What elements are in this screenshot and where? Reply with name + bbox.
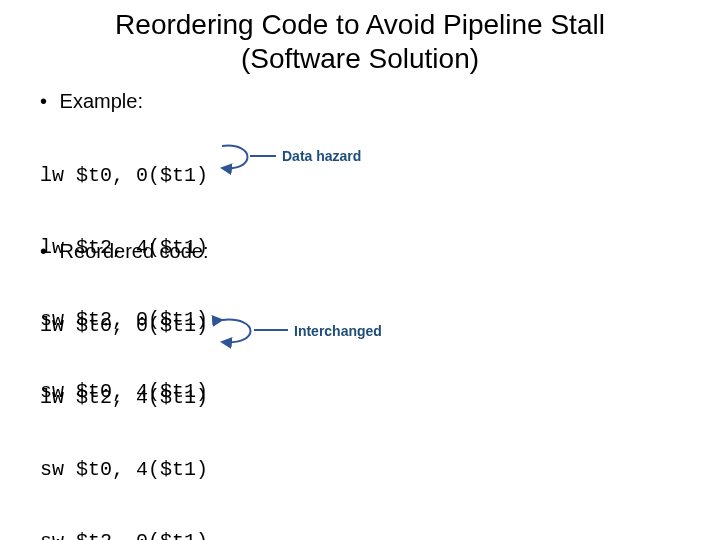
code-line: lw $t0, 0($t1) [40,164,208,188]
slide-title: Reordering Code to Avoid Pipeline Stall … [0,8,720,75]
code-line: sw $t0, 4($t1) [40,458,208,482]
bullet-dot-icon: • [40,240,54,263]
interchanged-label: Interchanged [294,323,382,339]
bullet-dot-icon: • [40,90,54,113]
example-heading: Example: [60,90,143,112]
reordered-heading: Reordered code: [60,240,209,262]
interchanged-arrow-icon [214,310,304,360]
bullet-reordered: • Reordered code: [40,240,209,263]
title-line-1: Reordering Code to Avoid Pipeline Stall [115,9,605,40]
slide: Reordering Code to Avoid Pipeline Stall … [0,0,720,540]
title-line-2: (Software Solution) [241,43,479,74]
data-hazard-label: Data hazard [282,148,361,164]
bullet-example: • Example: [40,90,143,113]
code-line: sw $t2, 0($t1) [40,530,208,540]
code-line: lw $t2, 4($t1) [40,386,208,410]
code-block-reordered: lw $t0, 0($t1) lw $t2, 4($t1) sw $t0, 4(… [40,266,208,540]
code-line: lw $t0, 0($t1) [40,314,208,338]
